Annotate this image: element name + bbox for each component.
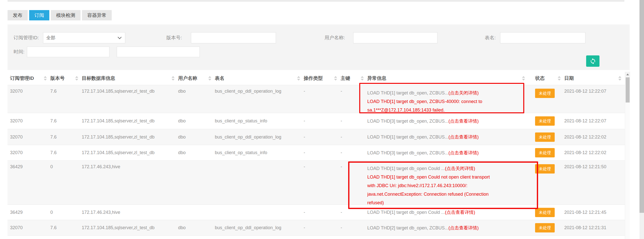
column-header-label: 操作类型 [304, 75, 323, 82]
cell-subscription-id: 36429 [8, 161, 50, 169]
table-row: 320707.6172.17.104.185,sqlserver,zl_test… [8, 145, 625, 160]
error-summary-line: LOAD THD[2] target db_open, ZCBUS...(点击查… [367, 224, 525, 232]
cell-table-name: bus_client_op_ddl_operation_log [215, 225, 304, 230]
error-detail-toggle-link[interactable]: (点击查看详情) [449, 119, 479, 124]
cell-username: dbo [178, 150, 215, 155]
username-input[interactable] [353, 32, 437, 43]
cell-subscription-id: 32070 [8, 150, 50, 155]
error-detail-toggle-link[interactable]: (点击查看详情) [449, 225, 479, 230]
cell-table-name: bus_client_op_status_info [215, 118, 304, 124]
cell-subscription-id: 36429 [8, 210, 50, 215]
error-detail-toggle-link[interactable]: (点击关闭详情) [449, 90, 479, 95]
sort-asc-icon [618, 76, 621, 78]
error-summary-text: LOAD THD[1] target db_open Could ... [367, 210, 445, 215]
table-scrollbar-thumb[interactable] [626, 77, 630, 103]
column-header-label: 日期 [564, 75, 574, 82]
refresh-button[interactable] [586, 55, 599, 67]
sort-desc-icon [361, 79, 364, 81]
top-divider [8, 0, 624, 2]
scrollbar-up-button[interactable] [625, 72, 630, 77]
sort-desc-icon [44, 79, 47, 81]
sort-icon[interactable] [361, 76, 364, 81]
status-badge[interactable]: 未处理 [535, 132, 555, 142]
tab-1[interactable]: 发布 [8, 10, 28, 20]
sort-desc-icon [172, 79, 175, 81]
sort-icon[interactable] [558, 76, 561, 81]
cell-username: dbo [178, 118, 215, 124]
table-row: 320707.6172.17.104.185,sqlserver,zl_test… [8, 129, 625, 145]
error-summary-line: LOAD THD[3] target db_open, ZCBUS...(点击查… [367, 117, 525, 125]
sort-icon[interactable] [334, 76, 337, 81]
status-badge[interactable]: 未处理 [535, 208, 555, 217]
table-row: 320707.6172.17.104.185,sqlserver,zl_test… [8, 220, 625, 235]
tab-3[interactable]: 模块检测 [51, 10, 80, 20]
status-badge[interactable]: 未处理 [535, 89, 555, 98]
cell-status: 未处理 [535, 132, 564, 142]
sort-asc-icon [558, 76, 561, 78]
table-name-label: 表名: [485, 32, 496, 43]
cell-error-info: LOAD THD[1] target db_open Could ...(点击关… [367, 161, 535, 207]
error-summary-line: LOAD THD[1] target db_open Could ...(点击关… [367, 164, 525, 173]
table-row: 364290172.17.46.243,hive--LOAD THD[1] ta… [8, 160, 625, 204]
subscription-id-select[interactable]: 全部 [43, 32, 125, 43]
version-input[interactable] [191, 32, 276, 43]
cell-primary-key: - [341, 161, 367, 169]
cell-status: 未处理 [535, 223, 564, 232]
cell-date: 2021-08-12 12:22:02 [564, 134, 625, 140]
table-name-input[interactable] [500, 32, 585, 43]
cell-status: 未处理 [535, 148, 564, 157]
column-header-label: 表名 [215, 75, 224, 82]
cell-primary-key: - [341, 85, 367, 94]
error-detail-text: LOAD THD[1] target db_open Could not ope… [367, 173, 523, 207]
status-badge[interactable]: 未处理 [535, 116, 555, 126]
column-header: 订阅管理ID [8, 75, 50, 82]
error-summary-text: LOAD THD[1] target db_open, ZCBUS... [367, 90, 449, 95]
time-from-input[interactable] [27, 47, 109, 57]
cell-primary-key: - [341, 210, 367, 215]
cell-target-db-info: 172.17.104.185,sqlserver,zl_test_db [82, 85, 178, 94]
time-to-input[interactable] [117, 47, 200, 57]
sort-icon[interactable] [522, 76, 525, 81]
sort-icon[interactable] [618, 76, 621, 81]
sort-icon[interactable] [297, 76, 300, 81]
column-header: 版本号 [50, 75, 82, 82]
cell-version: 0 [50, 210, 82, 215]
cell-primary-key: - [341, 134, 367, 140]
error-detail-toggle-link[interactable]: (点击关闭详情) [445, 166, 475, 171]
status-badge[interactable]: 未处理 [535, 164, 555, 174]
arrow-up-icon [626, 74, 629, 75]
column-header-label: 版本号 [50, 75, 65, 82]
cell-error-info: LOAD THD[2] target db_open, ZCBUS...(点击查… [367, 224, 535, 232]
cell-operation-type: - [304, 161, 341, 169]
cell-target-db-info: 172.17.104.185,sqlserver,zl_test_db [82, 134, 178, 140]
username-label: 用户名称: [325, 32, 345, 43]
status-badge[interactable]: 未处理 [535, 223, 555, 232]
error-detail-toggle-link[interactable]: (点击查看详情) [449, 150, 479, 155]
sort-icon[interactable] [75, 76, 78, 81]
tab-2[interactable]: 订阅 [29, 10, 49, 20]
sort-asc-icon [297, 76, 300, 78]
table-row: 320707.6172.17.104.185,sqlserver,zl_test… [8, 85, 625, 113]
cell-target-db-info: 172.17.46.243,hive [82, 210, 178, 215]
cell-username: dbo [178, 134, 215, 140]
table-scrollbar[interactable] [625, 72, 630, 239]
sort-asc-icon [44, 76, 47, 78]
cell-target-db-info: 172.17.104.185,sqlserver,zl_test_db [82, 225, 178, 230]
sort-asc-icon [361, 76, 364, 78]
error-detail-toggle-link[interactable]: (点击查看详情) [445, 210, 475, 215]
sort-desc-icon [334, 79, 337, 81]
status-badge[interactable]: 未处理 [535, 148, 555, 157]
error-detail-toggle-link[interactable]: (点击查看详情) [449, 134, 479, 140]
tab-4[interactable]: 容器异常 [82, 10, 112, 20]
cell-date: 2021-08-12 12:21:50 [564, 161, 625, 169]
page-scrollbar[interactable] [639, 0, 644, 239]
sort-asc-icon [75, 76, 78, 78]
tab-bar: 发布订阅模块检测容器异常 [8, 10, 112, 20]
error-summary-line: LOAD THD[1] target db_open Could ...(点击查… [367, 208, 525, 217]
sort-desc-icon [75, 79, 78, 81]
sort-icon[interactable] [208, 76, 211, 81]
sort-icon[interactable] [172, 76, 175, 81]
cell-status: 未处理 [535, 208, 564, 217]
sort-icon[interactable] [44, 76, 47, 81]
page-scrollbar-thumb[interactable] [639, 0, 644, 213]
